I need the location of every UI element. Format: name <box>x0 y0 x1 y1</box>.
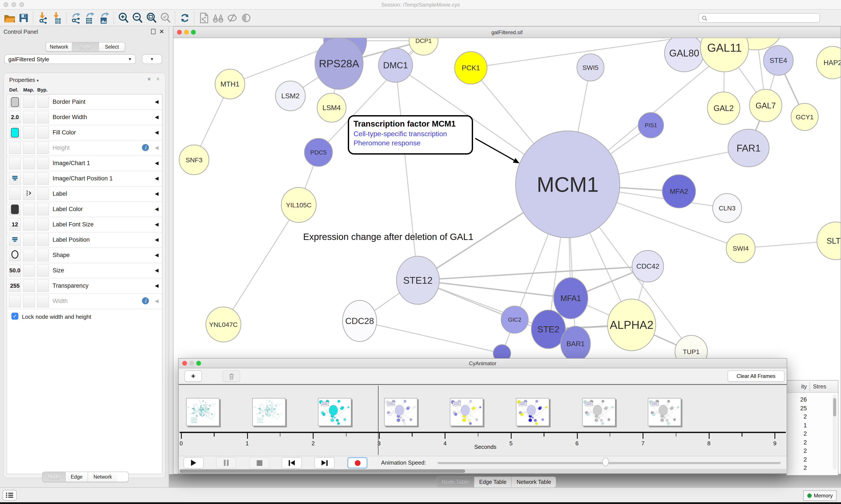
open-session-button[interactable] <box>3 11 17 25</box>
expand-property-icon[interactable]: ◀ <box>155 237 159 242</box>
property-row[interactable]: Fill Color◀ <box>7 125 162 141</box>
table-cell[interactable]: 2 <box>787 465 807 471</box>
memory-button[interactable]: Memory <box>803 490 837 501</box>
network-edge[interactable] <box>418 266 648 280</box>
timeline-frame-1s[interactable] <box>252 398 285 426</box>
def-cell[interactable] <box>9 141 21 154</box>
style-options-button[interactable]: ▼ <box>142 54 162 64</box>
table-column-header[interactable]: Stres <box>813 383 826 390</box>
byp-cell[interactable] <box>37 141 49 154</box>
import-network-button[interactable] <box>36 11 50 25</box>
expand-property-icon[interactable]: ◀ <box>155 191 159 197</box>
info-icon[interactable]: i <box>142 297 149 304</box>
map-cell[interactable] <box>23 203 35 215</box>
default-value-swatch[interactable] <box>11 128 19 137</box>
default-value-swatch[interactable] <box>11 97 19 107</box>
scrollbar-thumb[interactable] <box>833 398 836 416</box>
style-tab-network[interactable]: Network <box>88 472 117 482</box>
property-row[interactable]: Heighti◀ <box>7 141 162 156</box>
def-cell[interactable]: 50.0 <box>9 264 21 277</box>
map-cell[interactable] <box>23 233 35 246</box>
task-history-button[interactable] <box>3 490 17 501</box>
expand-property-icon[interactable]: ◀ <box>155 145 159 151</box>
table-cell[interactable]: 2 <box>787 430 807 437</box>
def-cell[interactable] <box>9 172 21 185</box>
position-icon[interactable] <box>12 236 18 244</box>
show-graphics-details-button[interactable] <box>239 11 253 25</box>
save-session-button[interactable] <box>17 11 31 25</box>
network-edge[interactable] <box>395 65 418 280</box>
expand-property-icon[interactable]: ◀ <box>155 221 159 227</box>
timeline-frame-0s[interactable] <box>186 398 219 426</box>
byp-cell[interactable] <box>37 157 49 169</box>
expand-property-icon[interactable]: ◀ <box>155 99 159 105</box>
timeline-frame-2s[interactable] <box>318 398 351 426</box>
def-cell[interactable] <box>9 157 21 169</box>
info-icon[interactable]: i <box>142 144 149 151</box>
ellipse-icon[interactable] <box>11 250 19 260</box>
timeline-frame-5s[interactable] <box>516 398 549 426</box>
expand-property-icon[interactable]: ◀ <box>155 176 159 181</box>
byp-cell[interactable] <box>37 126 49 139</box>
timeline-frame-6s[interactable] <box>582 398 615 426</box>
style-tab-node[interactable]: Node <box>42 472 66 482</box>
byp-cell[interactable] <box>37 95 49 108</box>
expand-all-icon[interactable]: « <box>145 77 152 80</box>
def-cell[interactable]: 2.0 <box>9 111 21 124</box>
def-cell[interactable] <box>9 95 21 108</box>
def-cell[interactable] <box>9 203 21 215</box>
table-tab-node-table[interactable]: Node Table <box>437 477 475 487</box>
zoom-in-button[interactable] <box>117 11 130 25</box>
tab-style[interactable]: Style <box>72 42 99 51</box>
def-cell[interactable]: 12 <box>9 218 21 231</box>
map-cell[interactable] <box>23 126 35 139</box>
float-panel-icon[interactable] <box>151 29 156 34</box>
search-network-button[interactable] <box>211 11 225 25</box>
network-document-button[interactable] <box>197 11 211 25</box>
clear-all-frames-button[interactable]: Clear All Frames <box>728 371 785 382</box>
map-cell[interactable] <box>23 95 35 108</box>
zoom-out-button[interactable] <box>130 11 145 25</box>
def-cell[interactable] <box>9 249 21 262</box>
column-divider[interactable] <box>809 382 810 392</box>
property-row[interactable]: 2.0Border Width◀ <box>7 110 162 125</box>
skip-to-end-button[interactable] <box>315 457 335 469</box>
byp-cell[interactable] <box>37 295 49 307</box>
byp-cell[interactable] <box>37 203 49 215</box>
map-cell[interactable] <box>23 172 35 185</box>
add-frame-button[interactable]: + <box>184 371 202 382</box>
property-row[interactable]: Shape◀ <box>7 248 162 263</box>
refresh-button[interactable] <box>178 11 192 25</box>
def-cell[interactable] <box>9 187 21 200</box>
byp-cell[interactable] <box>37 172 49 185</box>
map-cell[interactable] <box>23 157 35 169</box>
export-table-button[interactable] <box>83 11 97 25</box>
stop-button[interactable] <box>249 457 269 469</box>
table-cell[interactable]: 2 <box>787 439 807 446</box>
byp-cell[interactable] <box>37 264 49 277</box>
byp-cell[interactable] <box>37 233 49 246</box>
default-value[interactable]: 255 <box>10 283 19 289</box>
property-row[interactable]: 255Transparency◀ <box>7 278 162 294</box>
skip-to-start-button[interactable] <box>282 457 302 469</box>
record-button[interactable] <box>347 457 368 469</box>
import-table-button[interactable] <box>50 11 64 25</box>
export-image-button[interactable] <box>97 11 111 25</box>
zoom-selected-button[interactable] <box>159 11 173 25</box>
property-row[interactable]: Label◀ <box>7 186 162 202</box>
map-cell[interactable] <box>23 264 35 277</box>
pause-button[interactable] <box>216 457 236 469</box>
timeline-playhead[interactable] <box>378 386 379 455</box>
play-button[interactable] <box>183 457 204 469</box>
lock-size-checkbox[interactable]: ✓ <box>12 313 18 320</box>
network-edge[interactable] <box>223 205 299 324</box>
discrete-mapping-icon[interactable] <box>26 190 32 198</box>
property-row[interactable]: Label Color◀ <box>7 202 162 217</box>
animation-speed-slider[interactable] <box>437 462 781 464</box>
property-row[interactable]: 12Label Font Size◀ <box>7 217 162 233</box>
collapse-all-icon[interactable]: « <box>155 77 162 80</box>
close-panel-icon[interactable]: ✕ <box>159 28 164 35</box>
zoom-fit-button[interactable] <box>145 11 159 25</box>
expand-property-icon[interactable]: ◀ <box>155 283 159 289</box>
annotation-box[interactable]: Transcription factor MCM1 Cell-type-spec… <box>348 115 473 155</box>
